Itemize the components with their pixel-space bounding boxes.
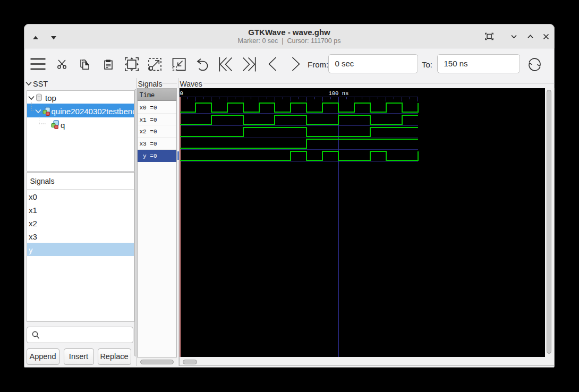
svg-text:100 ns: 100 ns [328, 90, 348, 97]
svg-text:0: 0 [180, 90, 183, 97]
